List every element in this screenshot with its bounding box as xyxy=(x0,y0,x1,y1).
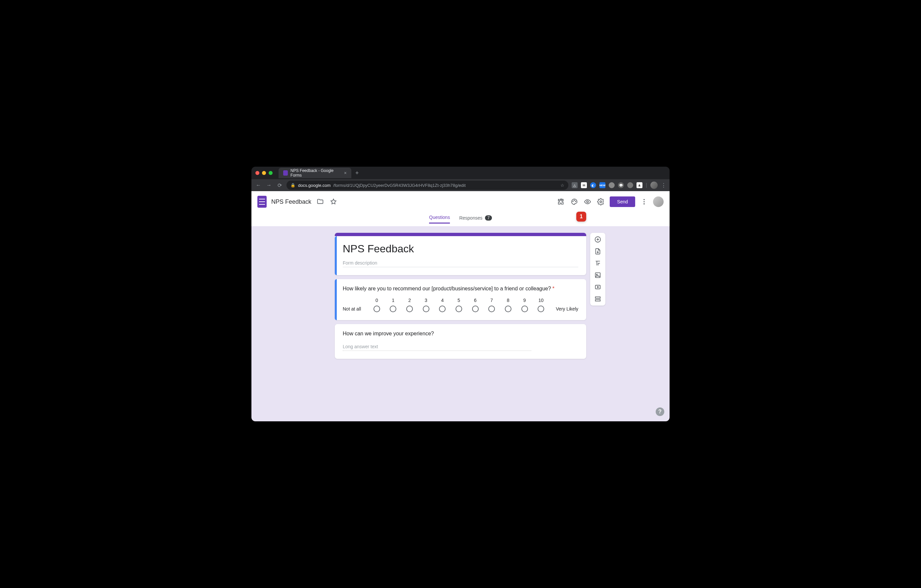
scale-radio[interactable] xyxy=(505,305,511,312)
side-toolbar xyxy=(590,233,605,305)
app-viewport: NPS Feedback Send xyxy=(251,191,670,421)
scale-number: 4 xyxy=(434,298,451,303)
document-title[interactable]: NPS Feedback xyxy=(271,198,311,205)
scale-number: 7 xyxy=(483,298,500,303)
tab-questions[interactable]: Questions xyxy=(429,214,450,224)
form-description-field[interactable]: Form description xyxy=(343,259,578,267)
reload-button[interactable]: ⟳ xyxy=(276,182,283,188)
forms-favicon-icon xyxy=(283,170,288,175)
scale-high-label: Very Likely xyxy=(551,306,578,312)
new-tab-button[interactable]: + xyxy=(355,170,359,177)
scale-numbers-row: 012345678910 xyxy=(369,298,549,303)
add-section-icon[interactable] xyxy=(594,295,602,303)
scale-radio[interactable] xyxy=(423,305,430,312)
profile-avatar[interactable] xyxy=(650,182,658,189)
tab-responses-label: Responses xyxy=(459,215,482,221)
scale-number: 1 xyxy=(385,298,402,303)
tab-strip: NPS Feedback - Google Forms × + xyxy=(251,167,670,179)
drive-ext-icon[interactable]: △ xyxy=(572,182,578,188)
svg-point-5 xyxy=(643,199,645,200)
form-header-card[interactable]: NPS Feedback Form description xyxy=(335,233,586,275)
import-questions-icon[interactable] xyxy=(594,247,602,255)
browser-menu-icon[interactable]: ⋮ xyxy=(661,182,666,188)
scale-radio[interactable] xyxy=(488,305,495,312)
scale-number: 5 xyxy=(451,298,467,303)
scale-radio[interactable] xyxy=(439,305,446,312)
browser-tab[interactable]: NPS Feedback - Google Forms × xyxy=(278,168,351,178)
more-menu-icon[interactable] xyxy=(640,197,648,206)
svg-point-0 xyxy=(573,201,573,202)
scale-radio[interactable] xyxy=(390,305,396,312)
ext-icon-gray[interactable] xyxy=(609,182,615,188)
form-canvas: NPS Feedback Form description How likely… xyxy=(251,226,670,421)
ext-icon-blue[interactable]: ◐ xyxy=(590,182,596,188)
add-title-icon[interactable] xyxy=(594,259,602,267)
help-button[interactable]: ? xyxy=(656,408,664,416)
svg-point-3 xyxy=(587,201,589,203)
scale-number: 2 xyxy=(401,298,418,303)
forms-logo-icon[interactable] xyxy=(257,196,267,208)
ext-icon-a[interactable]: a xyxy=(636,182,643,188)
svg-point-4 xyxy=(600,201,602,203)
palette-icon[interactable] xyxy=(570,197,579,206)
ext-new-badge[interactable]: NEW xyxy=(599,182,605,188)
scale-number: 3 xyxy=(418,298,434,303)
tab-responses[interactable]: Responses 7 xyxy=(459,215,492,223)
question-2-text: How can we improve your experience? xyxy=(343,331,578,337)
scale-radio[interactable] xyxy=(406,305,413,312)
scale-number: 9 xyxy=(516,298,533,303)
address-bar[interactable]: 🔒 docs.google.com/forms/d/1UQjDpyCU2yeer… xyxy=(286,180,568,190)
send-button[interactable]: Send xyxy=(610,197,635,207)
preview-icon[interactable] xyxy=(583,197,592,206)
url-host: docs.google.com xyxy=(298,183,330,188)
window-zoom[interactable] xyxy=(268,171,273,175)
account-avatar[interactable] xyxy=(653,197,664,207)
window-controls xyxy=(255,171,273,175)
window-close[interactable] xyxy=(255,171,259,175)
scale-radio[interactable] xyxy=(472,305,479,312)
svg-point-7 xyxy=(643,203,645,205)
mail-ext-icon[interactable]: ✉ xyxy=(581,182,587,188)
window-minimize[interactable] xyxy=(262,171,266,175)
scale-radio[interactable] xyxy=(521,305,528,312)
form-title[interactable]: NPS Feedback xyxy=(343,243,578,255)
move-folder-icon[interactable] xyxy=(316,197,325,206)
forward-button[interactable]: → xyxy=(265,182,273,188)
scale-radio[interactable] xyxy=(538,305,544,312)
app-tabs: Questions Responses 7 xyxy=(251,212,670,226)
svg-point-2 xyxy=(576,201,576,202)
ext-icon-circle[interactable] xyxy=(627,182,633,188)
extension-tray: △ ✉ ◐ NEW 💬 a | ⋮ xyxy=(572,182,666,189)
add-video-icon[interactable] xyxy=(594,283,602,291)
scale-number: 10 xyxy=(533,298,549,303)
tab-questions-label: Questions xyxy=(429,214,450,220)
tab-title: NPS Feedback - Google Forms xyxy=(290,168,339,178)
scale-number: 0 xyxy=(369,298,385,303)
browser-toolbar: ← → ⟳ 🔒 docs.google.com/forms/d/1UQjDpyC… xyxy=(251,179,670,191)
addons-icon[interactable] xyxy=(557,197,565,206)
url-path: /forms/d/1UQjDpyCU2yeerDvG5R43W3JG4rHVF8… xyxy=(333,183,465,188)
question-card-linear-scale[interactable]: How likely are you to recommend our [pro… xyxy=(335,279,586,320)
tab-close-icon[interactable]: × xyxy=(344,170,347,175)
bookmark-star-icon[interactable]: ☆ xyxy=(560,183,565,188)
browser-window: NPS Feedback - Google Forms × + ← → ⟳ 🔒 … xyxy=(251,167,670,421)
app-header: NPS Feedback Send xyxy=(251,191,670,212)
star-icon[interactable] xyxy=(329,197,338,206)
svg-point-1 xyxy=(574,200,574,201)
question-card-paragraph[interactable]: How can we improve your experience? Long… xyxy=(335,324,586,359)
scale-low-label: Not at all xyxy=(343,306,366,312)
add-image-icon[interactable] xyxy=(594,271,602,279)
long-answer-field[interactable]: Long answer text xyxy=(343,343,531,351)
scale-radio[interactable] xyxy=(374,305,380,312)
scale-radios-row xyxy=(369,305,549,312)
back-button[interactable]: ← xyxy=(255,182,262,188)
svg-point-10 xyxy=(596,274,597,275)
svg-point-6 xyxy=(643,201,645,202)
gear-icon[interactable] xyxy=(596,197,605,206)
chat-ext-icon[interactable]: 💬 xyxy=(618,182,624,188)
add-question-icon[interactable] xyxy=(594,236,602,244)
form-column: NPS Feedback Form description How likely… xyxy=(335,233,586,408)
svg-rect-13 xyxy=(596,300,600,301)
question-1-text: How likely are you to recommend our [pro… xyxy=(343,286,578,292)
scale-radio[interactable] xyxy=(456,305,462,312)
